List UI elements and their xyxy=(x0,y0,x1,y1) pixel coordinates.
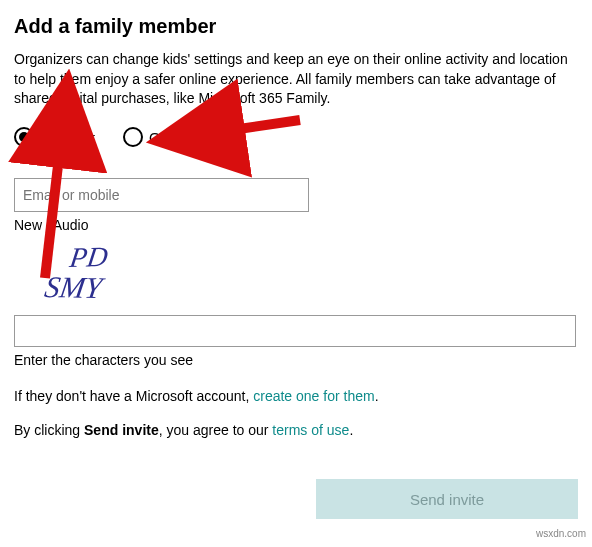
terms-bold: Send invite xyxy=(84,422,159,438)
role-radio-group: Member Organizer xyxy=(14,127,578,148)
create-account-link[interactable]: create one for them xyxy=(253,388,374,404)
captcha-audio-link[interactable]: Audio xyxy=(53,217,89,233)
send-invite-button[interactable]: Send invite xyxy=(316,479,578,519)
radio-member[interactable]: Member xyxy=(14,127,95,148)
no-account-line: If they don't have a Microsoft account, … xyxy=(14,387,578,407)
radio-organizer[interactable]: Organizer xyxy=(123,127,215,148)
captcha-hint: Enter the characters you see xyxy=(14,351,578,371)
radio-organizer-label: Organizer xyxy=(149,127,215,148)
captcha-controls: New | Audio xyxy=(14,216,578,236)
radio-icon xyxy=(14,127,34,147)
captcha-input[interactable] xyxy=(14,315,576,347)
page-description: Organizers can change kids' settings and… xyxy=(14,50,578,109)
terms-mid: , you agree to our xyxy=(159,422,273,438)
separator: | xyxy=(42,217,53,233)
watermark: wsxdn.com xyxy=(536,527,586,541)
no-account-suffix: . xyxy=(375,388,379,404)
radio-member-label: Member xyxy=(40,127,95,148)
terms-line: By clicking Send invite, you agree to ou… xyxy=(14,421,578,441)
terms-suffix: . xyxy=(349,422,353,438)
no-account-prefix: If they don't have a Microsoft account, xyxy=(14,388,253,404)
page-title: Add a family member xyxy=(14,12,578,40)
email-or-mobile-input[interactable] xyxy=(14,178,309,212)
terms-prefix: By clicking xyxy=(14,422,84,438)
captcha-new-link[interactable]: New xyxy=(14,217,42,233)
captcha-image: PD SMY xyxy=(14,237,214,307)
svg-text:PD: PD xyxy=(67,241,110,273)
radio-icon xyxy=(123,127,143,147)
svg-text:SMY: SMY xyxy=(42,271,107,306)
terms-of-use-link[interactable]: terms of use xyxy=(272,422,349,438)
